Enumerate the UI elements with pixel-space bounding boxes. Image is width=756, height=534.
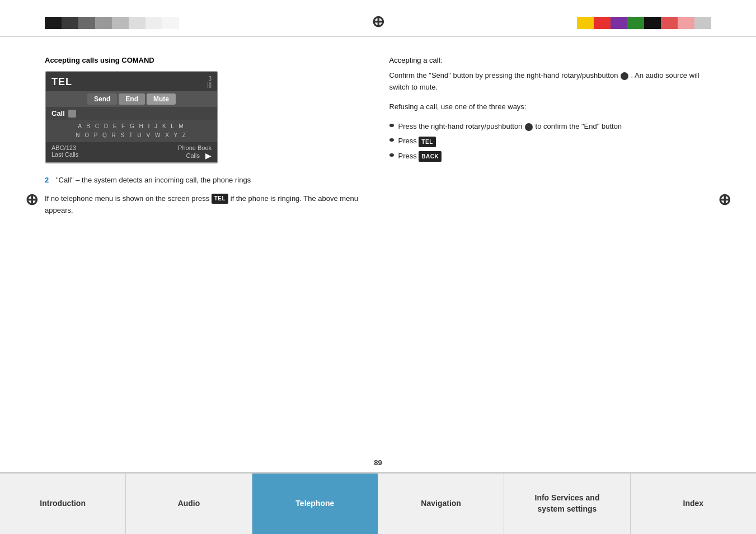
back-button-bullet: BACK [419, 151, 442, 162]
phone-buttons: Send End Mute [46, 91, 217, 107]
bullet-dot-3 [389, 153, 394, 157]
phone-tel-label: TEL [51, 76, 72, 88]
bullet-item-2: Press TEL [389, 135, 712, 147]
crosshair-right-mid: ⊕ [718, 190, 731, 209]
color-block-r1 [577, 17, 594, 29]
phone-signal: 3||| [207, 76, 212, 88]
right-column: Accepting a call: Confirm the "Send" but… [389, 45, 712, 467]
note-text: If no telephone menu is shown on the scr… [45, 193, 367, 217]
bullet-item-1: Press the right-hand rotary/pushbutton t… [389, 120, 712, 133]
item-number: 2 [45, 175, 53, 186]
phone-screen: TEL 3||| Send End Mute Call A B C D E F … [45, 71, 218, 163]
phone-last-calls: Last Calls [51, 151, 78, 158]
keyboard-row1: A B C D E F G H I J K L M [51, 122, 212, 131]
nav-info-services-label: Info Services andsystem settings [535, 493, 600, 514]
color-block-4 [95, 17, 112, 29]
color-block-r4 [627, 17, 644, 29]
color-block-7 [145, 17, 162, 29]
bullet-item-3: Press BACK [389, 150, 712, 162]
phone-arrow: ▶ [205, 151, 212, 160]
item-text: "Call" – the system detects an incoming … [56, 175, 251, 186]
top-bar-left [45, 17, 179, 29]
bullet-text-2: Press TEL [398, 135, 436, 147]
top-bar-right [577, 17, 711, 29]
color-block-r3 [611, 17, 627, 29]
nav-telephone-label: Telephone [295, 498, 334, 509]
bullet-list: Press the right-hand rotary/pushbutton t… [389, 120, 712, 162]
color-block-6 [129, 17, 145, 29]
nav-introduction-label: Introduction [40, 498, 86, 509]
nav-audio-label: Audio [178, 498, 200, 509]
color-block-r8 [694, 17, 711, 29]
accepting-title: Accepting a call: [389, 56, 712, 64]
color-block-1 [45, 17, 62, 29]
color-block-r7 [678, 17, 694, 29]
phone-keyboard: A B C D E F G H I J K L M N O P Q R S T … [46, 120, 217, 142]
phone-call-indicator [68, 110, 76, 118]
bullet-dot-1 [389, 124, 394, 127]
phone-bottom-left: ABC/123 Last Calls [51, 144, 78, 160]
crosshair-left-mid: ⊕ [25, 190, 38, 209]
nav-audio[interactable]: Audio [126, 474, 252, 534]
nav-introduction[interactable]: Introduction [0, 474, 126, 534]
color-block-r5 [644, 17, 661, 29]
bullet-text-1: Press the right-hand rotary/pushbutton t… [398, 120, 622, 133]
rotary-icon-2 [525, 123, 533, 131]
phone-mute-btn: Mute [147, 93, 176, 105]
rotary-icon-1 [621, 72, 628, 80]
color-block-r2 [594, 17, 611, 29]
phone-send-btn: Send [87, 93, 117, 105]
phone-abc123: ABC/123 [51, 144, 78, 151]
nav-navigation[interactable]: Navigation [378, 474, 504, 534]
main-content: Accepting calls using COMAND TEL 3||| Se… [45, 45, 711, 467]
phone-call-row: Call [46, 107, 217, 120]
numbered-item: 2 "Call" – the system detects an incomin… [45, 175, 367, 186]
phone-end-btn: End [119, 93, 145, 105]
phone-bottom: ABC/123 Last Calls Phone Book Calls ▶ [46, 142, 217, 162]
accepting-text-1: Confirm the "Send" button by pressing th… [389, 71, 618, 79]
crosshair-top-center: ⊕ [372, 12, 384, 31]
color-block-8 [162, 17, 179, 29]
nav-navigation-label: Navigation [421, 498, 461, 509]
phone-call-label: Call [51, 109, 65, 118]
keyboard-row2: N O P Q R S T U V W X Y Z [51, 131, 212, 140]
color-block-5 [112, 17, 129, 29]
color-block-2 [62, 17, 78, 29]
bullet-text-3: Press BACK [398, 150, 442, 162]
note-text-before: If no telephone menu is shown on the scr… [45, 194, 212, 203]
tel-button-bullet: TEL [419, 137, 435, 147]
left-column: Accepting calls using COMAND TEL 3||| Se… [45, 45, 367, 467]
bottom-nav[interactable]: Introduction Audio Telephone Navigation … [0, 472, 756, 534]
phone-bottom-right: Phone Book Calls ▶ [178, 144, 212, 160]
hline-top [0, 36, 756, 37]
phone-book: Phone Book [178, 144, 212, 151]
nav-info-services[interactable]: Info Services andsystem settings [504, 474, 630, 534]
nav-telephone[interactable]: Telephone [252, 474, 378, 534]
phone-calls: Calls [186, 152, 200, 159]
accepting-body: Confirm the "Send" button by pressing th… [389, 70, 712, 93]
tel-button-inline: TEL [212, 194, 228, 204]
refusing-title: Refusing a call, use one of the three wa… [389, 101, 712, 113]
section-title: Accepting calls using COMAND [45, 56, 367, 64]
nav-index[interactable]: Index [631, 474, 756, 534]
bullet-dot-2 [389, 138, 394, 142]
color-block-3 [78, 17, 95, 29]
phone-header: TEL 3||| [46, 72, 217, 91]
page-number: 89 [374, 458, 382, 467]
color-block-r6 [661, 17, 678, 29]
nav-index-label: Index [683, 498, 704, 509]
